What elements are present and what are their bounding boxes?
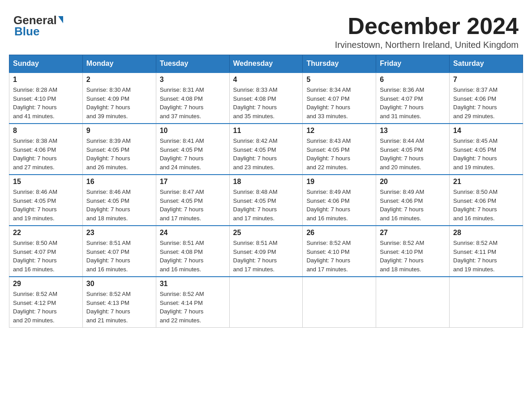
day-info: Sunrise: 8:52 AMSunset: 4:10 PMDaylight:… [306, 239, 372, 274]
day-number: 20 [380, 178, 446, 186]
table-row: 26Sunrise: 8:52 AMSunset: 4:10 PMDayligh… [303, 226, 376, 277]
day-number: 17 [160, 178, 226, 186]
table-row: 1Sunrise: 8:28 AMSunset: 4:10 PMDaylight… [9, 73, 83, 124]
calendar-week-row: 1Sunrise: 8:28 AMSunset: 4:10 PMDaylight… [9, 73, 523, 124]
table-row: 12Sunrise: 8:43 AMSunset: 4:05 PMDayligh… [303, 124, 376, 175]
calendar-week-row: 22Sunrise: 8:50 AMSunset: 4:07 PMDayligh… [9, 226, 523, 277]
day-number: 6 [380, 76, 446, 84]
table-row: 11Sunrise: 8:42 AMSunset: 4:05 PMDayligh… [229, 124, 303, 175]
calendar-header-row: Sunday Monday Tuesday Wednesday Thursday… [9, 55, 523, 73]
day-number: 27 [380, 229, 446, 237]
table-row: 14Sunrise: 8:45 AMSunset: 4:05 PMDayligh… [450, 124, 523, 175]
day-info: Sunrise: 8:50 AMSunset: 4:06 PMDaylight:… [453, 188, 519, 223]
day-number: 9 [86, 127, 152, 135]
table-row: 13Sunrise: 8:44 AMSunset: 4:05 PMDayligh… [376, 124, 450, 175]
day-info: Sunrise: 8:52 AMSunset: 4:14 PMDaylight:… [160, 290, 226, 325]
day-info: Sunrise: 8:39 AMSunset: 4:05 PMDaylight:… [86, 137, 152, 171]
day-number: 29 [13, 280, 79, 288]
table-row: 20Sunrise: 8:49 AMSunset: 4:06 PMDayligh… [376, 175, 450, 226]
logo-triangle-icon [58, 16, 63, 23]
table-row: 28Sunrise: 8:52 AMSunset: 4:11 PMDayligh… [450, 226, 523, 277]
table-row: 21Sunrise: 8:50 AMSunset: 4:06 PMDayligh… [450, 175, 523, 226]
day-info: Sunrise: 8:52 AMSunset: 4:11 PMDaylight:… [453, 239, 519, 274]
table-row: 17Sunrise: 8:47 AMSunset: 4:05 PMDayligh… [156, 175, 229, 226]
day-info: Sunrise: 8:38 AMSunset: 4:06 PMDaylight:… [13, 137, 79, 171]
day-number: 11 [233, 127, 299, 135]
month-title: December 2024 [335, 13, 519, 39]
table-row: 19Sunrise: 8:49 AMSunset: 4:06 PMDayligh… [303, 175, 376, 226]
table-row: 8Sunrise: 8:38 AMSunset: 4:06 PMDaylight… [9, 124, 83, 175]
empty-cell [376, 277, 450, 328]
day-info: Sunrise: 8:49 AMSunset: 4:06 PMDaylight:… [380, 188, 446, 223]
table-row: 18Sunrise: 8:48 AMSunset: 4:05 PMDayligh… [229, 175, 303, 226]
table-row: 31Sunrise: 8:52 AMSunset: 4:14 PMDayligh… [156, 277, 229, 328]
day-number: 12 [306, 127, 372, 135]
day-number: 26 [306, 229, 372, 237]
day-info: Sunrise: 8:49 AMSunset: 4:06 PMDaylight:… [306, 188, 372, 223]
table-row: 9Sunrise: 8:39 AMSunset: 4:05 PMDaylight… [82, 124, 156, 175]
location-subtitle: Irvinestown, Northern Ireland, United Ki… [335, 40, 519, 50]
day-number: 2 [86, 76, 152, 84]
day-number: 18 [233, 178, 299, 186]
day-info: Sunrise: 8:30 AMSunset: 4:09 PMDaylight:… [86, 86, 152, 120]
day-number: 7 [453, 76, 519, 84]
day-number: 8 [13, 127, 79, 135]
header-saturday: Saturday [450, 55, 523, 73]
table-row: 7Sunrise: 8:37 AMSunset: 4:06 PMDaylight… [450, 73, 523, 124]
day-info: Sunrise: 8:42 AMSunset: 4:05 PMDaylight:… [233, 137, 299, 171]
day-info: Sunrise: 8:50 AMSunset: 4:07 PMDaylight:… [13, 239, 79, 274]
calendar-week-row: 29Sunrise: 8:52 AMSunset: 4:12 PMDayligh… [9, 277, 523, 328]
header-monday: Monday [82, 55, 156, 73]
day-info: Sunrise: 8:51 AMSunset: 4:08 PMDaylight:… [160, 239, 226, 274]
day-number: 21 [453, 178, 519, 186]
day-number: 30 [86, 280, 152, 288]
day-number: 22 [13, 229, 79, 237]
day-info: Sunrise: 8:31 AMSunset: 4:08 PMDaylight:… [160, 86, 226, 120]
title-block: December 2024 Irvinestown, Northern Irel… [335, 13, 519, 50]
table-row: 23Sunrise: 8:51 AMSunset: 4:07 PMDayligh… [82, 226, 156, 277]
day-number: 25 [233, 229, 299, 237]
table-row: 3Sunrise: 8:31 AMSunset: 4:08 PMDaylight… [156, 73, 229, 124]
header-tuesday: Tuesday [156, 55, 229, 73]
day-number: 4 [233, 76, 299, 84]
table-row: 4Sunrise: 8:33 AMSunset: 4:08 PMDaylight… [229, 73, 303, 124]
day-info: Sunrise: 8:34 AMSunset: 4:07 PMDaylight:… [306, 86, 372, 120]
day-number: 24 [160, 229, 226, 237]
table-row: 27Sunrise: 8:52 AMSunset: 4:10 PMDayligh… [376, 226, 450, 277]
calendar-week-row: 15Sunrise: 8:46 AMSunset: 4:05 PMDayligh… [9, 175, 523, 226]
logo: General Blue [13, 13, 63, 39]
day-info: Sunrise: 8:46 AMSunset: 4:05 PMDaylight:… [13, 188, 79, 223]
day-info: Sunrise: 8:51 AMSunset: 4:09 PMDaylight:… [233, 239, 299, 274]
day-info: Sunrise: 8:41 AMSunset: 4:05 PMDaylight:… [160, 137, 226, 171]
day-number: 23 [86, 229, 152, 237]
day-info: Sunrise: 8:37 AMSunset: 4:06 PMDaylight:… [453, 86, 519, 120]
day-number: 5 [306, 76, 372, 84]
table-row: 6Sunrise: 8:36 AMSunset: 4:07 PMDaylight… [376, 73, 450, 124]
table-row: 30Sunrise: 8:52 AMSunset: 4:13 PMDayligh… [82, 277, 156, 328]
empty-cell [450, 277, 523, 328]
day-info: Sunrise: 8:48 AMSunset: 4:05 PMDaylight:… [233, 188, 299, 223]
empty-cell [303, 277, 376, 328]
header-thursday: Thursday [303, 55, 376, 73]
table-row: 16Sunrise: 8:46 AMSunset: 4:05 PMDayligh… [82, 175, 156, 226]
day-number: 13 [380, 127, 446, 135]
table-row: 25Sunrise: 8:51 AMSunset: 4:09 PMDayligh… [229, 226, 303, 277]
header-sunday: Sunday [9, 55, 83, 73]
table-row: 24Sunrise: 8:51 AMSunset: 4:08 PMDayligh… [156, 226, 229, 277]
day-number: 28 [453, 229, 519, 237]
table-row: 2Sunrise: 8:30 AMSunset: 4:09 PMDaylight… [82, 73, 156, 124]
calendar-week-row: 8Sunrise: 8:38 AMSunset: 4:06 PMDaylight… [9, 124, 523, 175]
day-number: 31 [160, 280, 226, 288]
day-number: 16 [86, 178, 152, 186]
day-number: 14 [453, 127, 519, 135]
empty-cell [229, 277, 303, 328]
day-number: 10 [160, 127, 226, 135]
header-wednesday: Wednesday [229, 55, 303, 73]
day-info: Sunrise: 8:52 AMSunset: 4:13 PMDaylight:… [86, 290, 152, 325]
table-row: 22Sunrise: 8:50 AMSunset: 4:07 PMDayligh… [9, 226, 83, 277]
table-row: 29Sunrise: 8:52 AMSunset: 4:12 PMDayligh… [9, 277, 83, 328]
day-number: 3 [160, 76, 226, 84]
day-info: Sunrise: 8:33 AMSunset: 4:08 PMDaylight:… [233, 86, 299, 120]
table-row: 5Sunrise: 8:34 AMSunset: 4:07 PMDaylight… [303, 73, 376, 124]
logo-blue-text: Blue [14, 25, 39, 39]
